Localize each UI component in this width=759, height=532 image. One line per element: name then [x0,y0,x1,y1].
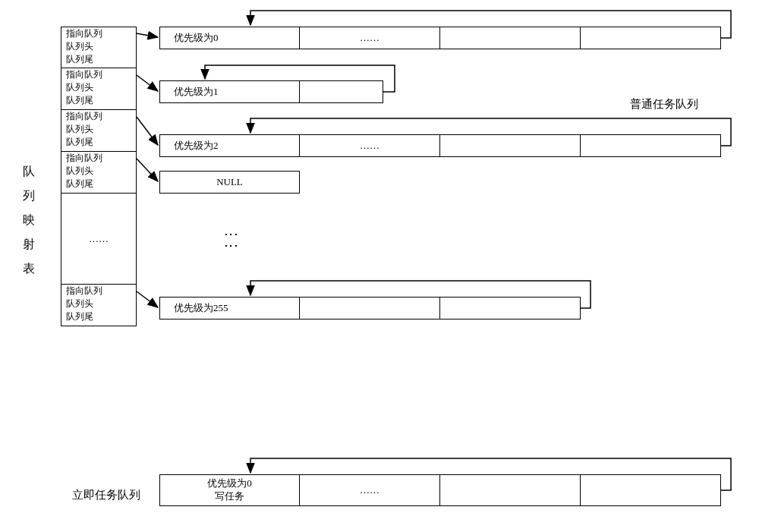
map-entry-ellipsis: …… [61,194,137,285]
queue-mapping-table-label: 队 列 映 射 表 [23,159,35,281]
map-entry-pointer: 指向队列 [61,110,136,123]
queue-row-1-cell-1 [300,80,383,103]
immediate-queue-cell-3 [581,474,721,506]
map-entry-head: 队列头 [61,40,136,53]
map-entry-pointer: 指向队列 [61,152,136,165]
map-entry-head: 队列头 [61,81,136,94]
queue-row-255-cell-0: 优先级为255 [159,297,300,320]
queue-row-255-cell-1 [300,297,440,320]
queue-row-0-cell-0: 优先级为0 [159,27,300,49]
svg-line-1 [137,75,158,91]
queue-row-2-cell-3 [581,134,721,157]
immediate-task-queue-label: 立即任务队列 [72,486,140,504]
map-entry-head: 队列头 [61,165,136,178]
immediate-queue-cell-0: 优先级为0 写任务 [159,474,300,506]
map-entry-255: 指向队列 队列头 队列尾 [61,285,137,326]
map-entry-3: 指向队列 队列头 队列尾 [61,152,137,194]
svg-line-2 [137,117,158,145]
queue-row-255-cell-2 [440,297,581,320]
map-entry-tail: 队列尾 [61,53,136,66]
map-entry-tail: 队列尾 [61,136,136,149]
map-entry-0: 指向队列 队列头 队列尾 [61,27,137,68]
map-entry-2: 指向队列 队列头 队列尾 [61,110,137,152]
svg-line-3 [137,159,158,181]
queue-row-0-cell-2 [440,27,581,49]
queue-row-2-cell-1: …… [300,134,440,157]
svg-line-0 [137,33,158,37]
map-entry-pointer: 指向队列 [61,68,136,81]
vertical-dots: ⋮ [220,228,242,240]
queue-row-2-cell-0: 优先级为2 [159,134,300,157]
queue-row-2-cell-2 [440,134,581,157]
normal-task-queue-label: 普通任务队列 [630,95,698,113]
vertical-dots-2: ⋮ [220,239,242,251]
queue-row-null-cell: NULL [159,171,300,194]
immediate-queue-cell-2 [440,474,581,506]
map-entry-tail: 队列尾 [61,94,136,107]
queue-row-0-cell-1: …… [300,27,440,49]
map-entry-head: 队列头 [61,123,136,136]
map-entry-pointer: 指向队列 [61,285,136,297]
map-entry-tail: 队列尾 [61,178,136,190]
map-entry-tail: 队列尾 [61,310,136,323]
queue-row-0-cell-3 [581,27,721,49]
immediate-queue-cell-1: …… [300,474,440,506]
queue-row-1-cell-0: 优先级为1 [159,80,300,103]
map-entry-head: 队列头 [61,297,136,310]
svg-line-4 [137,291,158,307]
map-entry-pointer: 指向队列 [61,27,136,40]
map-entry-1: 指向队列 队列头 队列尾 [61,68,137,110]
